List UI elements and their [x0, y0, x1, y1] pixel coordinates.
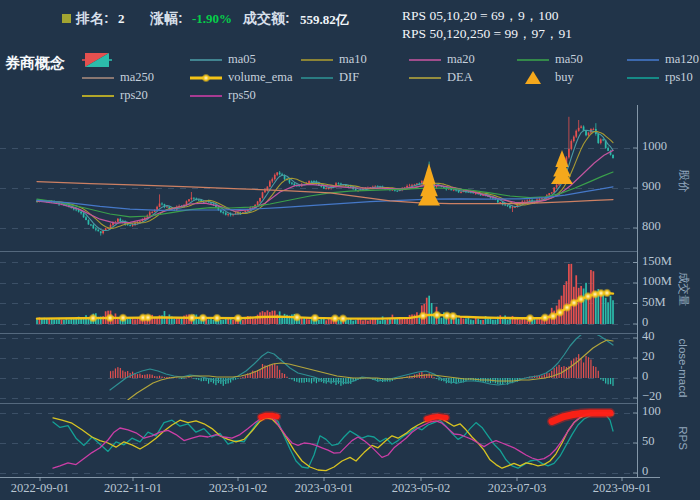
- rps-tick-50: 50: [642, 434, 655, 449]
- legend-item-DEA: DEA: [447, 70, 473, 85]
- legend-item-ma05: ma05: [228, 52, 256, 67]
- macd-tick-40: 40: [642, 329, 655, 344]
- price-tick-1000: 1000: [642, 139, 667, 154]
- legend-item-volume_ema: volume_ema: [228, 70, 293, 85]
- x-tick-2023-09-01: 2023-09-01: [590, 481, 654, 496]
- legend-item-rps20: rps20: [120, 88, 148, 103]
- legend-item-ma120: ma120: [665, 52, 699, 67]
- x-tick-2022-09-01: 2022-09-01: [8, 481, 72, 496]
- x-tick-2023-03-01: 2023-03-01: [292, 481, 356, 496]
- legend-item-rps50: rps50: [228, 88, 256, 103]
- volume-tick-0: 0: [642, 315, 648, 330]
- axis-title-volume: 成交量: [676, 272, 691, 307]
- legend-item-ma10: ma10: [339, 52, 367, 67]
- volume-tick-150M: 150M: [642, 254, 672, 269]
- axis-title-macd: close-macd: [677, 339, 689, 398]
- price-tick-800: 800: [642, 219, 661, 234]
- stock-chart-app: 排名: 2 涨幅: -1.90% 成交额: 559.82亿 RPS 05,10,…: [0, 0, 700, 500]
- x-tick-2023-07-03: 2023-07-03: [485, 481, 549, 496]
- legend-item-rps10: rps10: [665, 70, 693, 85]
- axis-title-rps: RPS: [677, 426, 689, 450]
- x-tick-2023-01-02: 2023-01-02: [206, 481, 270, 496]
- price-tick-900: 900: [642, 179, 661, 194]
- axis-title-price: 股价: [676, 170, 691, 193]
- legend-item-ma50: ma50: [555, 52, 583, 67]
- macd-tick-0: 0: [642, 369, 648, 384]
- legend-item-ma20: ma20: [447, 52, 475, 67]
- macd-tick-20: 20: [642, 349, 655, 364]
- rps-tick-100: 100: [642, 404, 661, 419]
- x-tick-2022-11-01: 2022-11-01: [101, 481, 165, 496]
- volume-tick-50M: 50M: [642, 295, 666, 310]
- rps-tick-0: 0: [642, 464, 648, 479]
- legend-item-DIF: DIF: [339, 70, 359, 85]
- x-tick-2023-05-02: 2023-05-02: [389, 481, 453, 496]
- macd-tick-−20: −20: [642, 389, 662, 404]
- legend-item-buy: buy: [555, 70, 574, 85]
- volume-tick-100M: 100M: [642, 274, 672, 289]
- legend-item-ma250: ma250: [120, 70, 154, 85]
